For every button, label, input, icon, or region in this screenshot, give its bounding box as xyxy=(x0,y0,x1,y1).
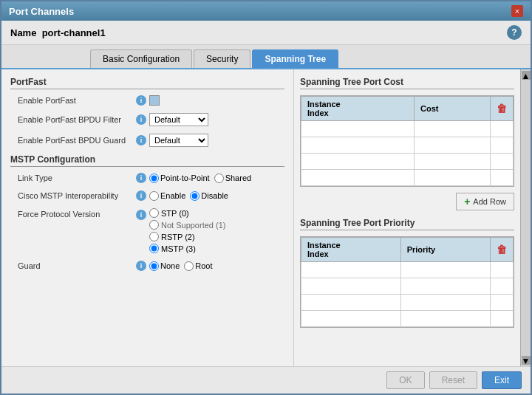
help-button[interactable]: ? xyxy=(507,25,522,40)
right-panel: Spanning Tree Port Cost InstanceIndex Co… xyxy=(294,69,520,366)
cisco-mstp-row: Cisco MSTP Interoperability i Enable Dis… xyxy=(10,190,284,201)
table-row xyxy=(301,137,514,154)
port-channels-dialog: Port Channels × Name port-channel1 ? Bas… xyxy=(0,0,532,395)
port-priority-delete-header-icon[interactable]: 🗑 xyxy=(497,244,507,255)
table-row xyxy=(301,262,514,278)
port-priority-col-delete: 🗑 xyxy=(491,238,514,262)
link-type-ptp-radio[interactable] xyxy=(149,174,159,183)
cisco-mstp-disable-radio[interactable] xyxy=(190,191,200,201)
port-priority-table-wrapper: InstanceIndex Priority 🗑 xyxy=(300,236,514,328)
tabs-container: Basic Configuration Security Spanning Tr… xyxy=(1,45,531,69)
name-label-prefix: Name port-channel1 xyxy=(10,27,106,38)
guard-root-option[interactable]: Root xyxy=(184,261,212,271)
guard-row: Guard i None Root xyxy=(10,261,284,271)
cisco-mstp-label: Cisco MSTP Interoperability xyxy=(18,191,136,200)
force-protocol-stp-option[interactable]: STP (0) xyxy=(149,208,225,218)
force-protocol-rstp-radio[interactable] xyxy=(149,232,159,241)
force-protocol-info-icon[interactable]: i xyxy=(136,210,146,220)
guard-none-radio[interactable] xyxy=(149,261,159,271)
port-cost-col-cost: Cost xyxy=(415,97,491,121)
cisco-mstp-info-icon[interactable]: i xyxy=(136,190,146,201)
close-button[interactable]: × xyxy=(511,5,523,17)
name-bar: Name port-channel1 ? xyxy=(1,21,531,45)
cisco-mstp-enable-radio[interactable] xyxy=(149,191,159,201)
link-type-radio-group: Point-to-Point Shared xyxy=(149,174,251,183)
force-protocol-stp-radio[interactable] xyxy=(149,208,159,218)
enable-portfast-row: Enable PortFast i xyxy=(10,95,284,106)
link-type-shared-option[interactable]: Shared xyxy=(214,174,251,183)
table-row xyxy=(301,170,514,186)
table-row xyxy=(301,295,514,311)
left-panel: PortFast Enable PortFast i Enable PortFa… xyxy=(1,69,294,366)
dialog-title: Port Channels xyxy=(9,6,74,17)
add-row-cost-plus-icon: + xyxy=(464,196,470,207)
port-priority-table: InstanceIndex Priority 🗑 xyxy=(301,237,514,327)
guard-info-icon[interactable]: i xyxy=(136,261,146,271)
bpdu-guard-info-icon[interactable]: i xyxy=(136,135,146,145)
force-protocol-radio-group: STP (0) Not Supported (1) RSTP (2) MSTP … xyxy=(149,208,225,253)
force-protocol-rstp-option[interactable]: RSTP (2) xyxy=(149,232,225,241)
enable-portfast-checkbox[interactable] xyxy=(149,95,160,106)
force-protocol-label: Force Protocol Version xyxy=(18,208,136,219)
port-priority-col-priority: Priority xyxy=(400,238,490,262)
port-cost-col-delete: 🗑 xyxy=(491,97,514,121)
scroll-up-button[interactable]: ▲ xyxy=(522,71,531,80)
link-type-row: Link Type i Point-to-Point Shared xyxy=(10,173,284,183)
portfast-section-title: PortFast xyxy=(10,77,284,89)
port-priority-col-instance: InstanceIndex xyxy=(301,238,401,262)
port-priority-title: Spanning Tree Port Priority xyxy=(300,218,514,230)
port-cost-delete-header-icon[interactable]: 🗑 xyxy=(497,103,507,114)
guard-radio-group: None Root xyxy=(149,261,213,271)
table-row xyxy=(301,121,514,137)
ok-button[interactable]: OK xyxy=(386,371,424,389)
bottom-bar: OK Reset Exit xyxy=(1,366,531,394)
link-type-ptp-option[interactable]: Point-to-Point xyxy=(149,174,210,183)
main-content: PortFast Enable PortFast i Enable PortFa… xyxy=(1,69,531,366)
bpdu-guard-select[interactable]: Default Enable Disable xyxy=(149,134,208,147)
title-bar: Port Channels × xyxy=(1,1,531,21)
reset-button[interactable]: Reset xyxy=(429,371,477,389)
guard-root-radio[interactable] xyxy=(184,261,194,271)
bpdu-filter-label: Enable PortFast BPDU Filter xyxy=(18,115,136,124)
link-type-info-icon[interactable]: i xyxy=(136,173,146,183)
table-row xyxy=(301,311,514,327)
guard-label: Guard xyxy=(18,261,136,270)
cisco-mstp-disable-option[interactable]: Disable xyxy=(190,191,228,201)
force-protocol-mstp-radio[interactable] xyxy=(149,244,159,253)
right-panel-area: Spanning Tree Port Cost InstanceIndex Co… xyxy=(294,69,531,366)
force-protocol-notsupported-radio[interactable] xyxy=(149,220,159,230)
bpdu-filter-info-icon[interactable]: i xyxy=(136,114,146,125)
tab-security[interactable]: Security xyxy=(194,49,250,68)
cisco-mstp-radio-group: Enable Disable xyxy=(149,191,228,201)
guard-none-option[interactable]: None xyxy=(149,261,180,271)
table-row xyxy=(301,154,514,170)
enable-portfast-label: Enable PortFast xyxy=(18,96,136,105)
table-row xyxy=(301,278,514,295)
exit-button[interactable]: Exit xyxy=(482,371,522,389)
bpdu-filter-row: Enable PortFast BPDU Filter i Default En… xyxy=(10,113,284,126)
port-cost-section: Spanning Tree Port Cost InstanceIndex Co… xyxy=(300,77,514,210)
add-row-cost-button[interactable]: + Add Row xyxy=(456,193,514,210)
tab-spanning-tree[interactable]: Spanning Tree xyxy=(252,49,338,68)
bpdu-guard-row: Enable PortFast BPDU Guard i Default Ena… xyxy=(10,134,284,147)
cisco-mstp-enable-option[interactable]: Enable xyxy=(149,191,185,201)
scroll-down-button[interactable]: ▼ xyxy=(522,356,531,365)
port-cost-title: Spanning Tree Port Cost xyxy=(300,77,514,89)
port-cost-col-instance: InstanceIndex xyxy=(301,97,415,121)
force-protocol-row: Force Protocol Version i STP (0) Not Sup… xyxy=(10,208,284,253)
link-type-shared-radio[interactable] xyxy=(214,174,224,183)
tab-basic-config[interactable]: Basic Configuration xyxy=(90,49,192,68)
port-cost-table-wrapper: InstanceIndex Cost 🗑 xyxy=(300,95,514,187)
force-protocol-notsupported-option[interactable]: Not Supported (1) xyxy=(149,220,225,230)
link-type-label: Link Type xyxy=(18,174,136,182)
scrollbar[interactable]: ▲ ▼ xyxy=(520,69,531,366)
port-priority-section: Spanning Tree Port Priority InstanceInde… xyxy=(300,218,514,328)
port-cost-table: InstanceIndex Cost 🗑 xyxy=(301,96,514,186)
bpdu-guard-label: Enable PortFast BPDU Guard xyxy=(18,136,136,145)
force-protocol-mstp-option[interactable]: MSTP (3) xyxy=(149,244,225,253)
enable-portfast-info-icon[interactable]: i xyxy=(136,95,146,106)
bpdu-filter-select[interactable]: Default Enable Disable xyxy=(149,113,208,126)
mstp-section-title: MSTP Configuration xyxy=(10,154,284,167)
name-value: port-channel1 xyxy=(42,27,106,38)
